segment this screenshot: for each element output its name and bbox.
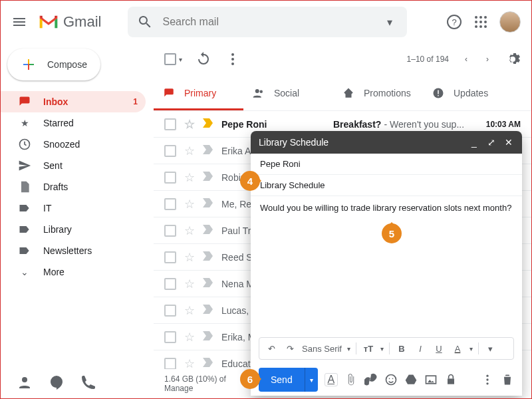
close-icon[interactable]: ✕	[503, 137, 514, 148]
importance-icon[interactable]	[203, 305, 213, 316]
sidebar-item-drafts[interactable]: Drafts	[1, 176, 146, 198]
minimize-icon[interactable]: _	[469, 137, 479, 148]
svg-point-17	[260, 90, 263, 93]
clock-icon	[18, 138, 31, 151]
star-icon[interactable]: ☆	[184, 303, 195, 318]
chevron-down-icon: ⌄	[18, 265, 31, 279]
more-options-icon[interactable]	[481, 373, 494, 386]
importance-icon[interactable]	[203, 331, 213, 342]
prev-page-icon[interactable]: ‹	[458, 51, 474, 67]
refresh-icon[interactable]	[196, 51, 211, 67]
bold-icon[interactable]: B	[395, 342, 408, 355]
tab-social[interactable]: Social	[243, 75, 333, 110]
drive-icon[interactable]	[404, 373, 418, 386]
emoji-icon[interactable]	[384, 373, 398, 386]
star-icon[interactable]: ☆	[184, 117, 195, 132]
star-icon[interactable]: ☆	[184, 330, 195, 344]
expand-icon[interactable]: ⤢	[486, 137, 497, 148]
svg-point-7	[484, 21, 487, 23]
sidebar-item-library[interactable]: Library	[1, 219, 146, 240]
importance-icon[interactable]	[203, 118, 213, 130]
row-checkbox[interactable]	[164, 145, 176, 157]
link-icon[interactable]	[364, 373, 378, 386]
text-color-icon[interactable]: A	[451, 342, 464, 355]
apps-icon[interactable]	[473, 14, 489, 30]
importance-icon[interactable]	[203, 145, 213, 156]
tab-primary[interactable]: Primary	[154, 75, 243, 110]
star-icon[interactable]: ☆	[184, 356, 195, 370]
sidebar-item-snoozed[interactable]: Snoozed	[1, 134, 146, 155]
hangouts-icon[interactable]	[49, 374, 65, 390]
undo-icon[interactable]: ↶	[265, 342, 278, 355]
label-icon	[18, 201, 31, 215]
gmail-logo[interactable]: Gmail	[38, 13, 101, 31]
row-checkbox[interactable]	[164, 198, 176, 210]
compose-button[interactable]: Compose	[7, 49, 100, 80]
compose-subject-field[interactable]: Library Schedule	[251, 175, 522, 196]
tab-label: Primary	[184, 88, 216, 98]
avatar[interactable]	[499, 11, 521, 33]
sidebar-item-label: Snoozed	[43, 139, 80, 150]
importance-icon[interactable]	[203, 198, 213, 209]
importance-icon[interactable]	[203, 278, 213, 289]
attach-icon[interactable]	[344, 373, 358, 386]
send-dropdown-icon[interactable]: ▾	[305, 368, 318, 392]
search-dropdown-icon[interactable]: ▾	[382, 14, 398, 30]
confidential-icon[interactable]	[444, 373, 458, 386]
compose-to-field[interactable]: Pepe Roni	[251, 154, 522, 175]
underline-icon[interactable]: U	[432, 342, 446, 355]
text-format-icon[interactable]: A	[325, 373, 338, 386]
star-icon[interactable]: ☆	[184, 277, 195, 291]
next-page-icon[interactable]: ›	[479, 51, 495, 67]
importance-icon[interactable]	[203, 172, 213, 183]
format-more-icon[interactable]: ▾	[484, 342, 497, 355]
star-icon[interactable]: ☆	[184, 223, 195, 238]
sidebar-item-newsletters[interactable]: Newsletters	[1, 240, 146, 261]
redo-icon[interactable]: ↷	[283, 342, 297, 355]
photo-icon[interactable]	[424, 373, 438, 386]
sidebar-item-sent[interactable]: Sent	[1, 155, 146, 176]
row-checkbox[interactable]	[164, 358, 176, 370]
send-button[interactable]: Send	[259, 368, 305, 392]
select-dropdown-icon[interactable]: ▾	[179, 56, 182, 63]
phone-icon[interactable]	[80, 374, 96, 390]
font-size-icon[interactable]: тT	[362, 342, 375, 355]
sidebar-item-more[interactable]: ⌄More	[1, 261, 146, 283]
tab-updates[interactable]: Updates	[423, 75, 513, 110]
row-checkbox[interactable]	[164, 305, 176, 317]
sidebar-item-starred[interactable]: ★Starred	[1, 112, 146, 134]
row-checkbox[interactable]	[164, 331, 176, 343]
row-checkbox[interactable]	[164, 118, 176, 130]
person-icon[interactable]	[17, 374, 33, 390]
discard-icon[interactable]	[501, 373, 514, 386]
settings-icon[interactable]	[505, 51, 521, 67]
font-select[interactable]: Sans Serif	[302, 344, 342, 354]
importance-icon[interactable]	[203, 225, 213, 236]
select-all-checkbox[interactable]	[164, 53, 176, 65]
star-icon[interactable]: ☆	[184, 144, 195, 158]
row-checkbox[interactable]	[164, 278, 176, 290]
sidebar-item-inbox[interactable]: Inbox 1	[1, 91, 146, 112]
tab-label: Promotions	[364, 88, 411, 98]
menu-icon[interactable]	[11, 14, 27, 30]
row-checkbox[interactable]	[164, 225, 176, 237]
star-icon[interactable]: ☆	[184, 197, 195, 211]
time: 10:03 AM	[474, 120, 521, 129]
tab-promotions[interactable]: Promotions	[333, 75, 423, 110]
svg-point-5	[475, 21, 477, 23]
importance-icon[interactable]	[203, 251, 213, 263]
italic-icon[interactable]: I	[414, 342, 427, 355]
svg-point-21	[386, 375, 396, 385]
sidebar-item-it[interactable]: IT	[1, 198, 146, 219]
more-icon[interactable]	[225, 51, 241, 67]
row-checkbox[interactable]	[164, 172, 176, 184]
row-checkbox[interactable]	[164, 251, 176, 263]
help-icon[interactable]: ?	[446, 14, 462, 30]
search-input[interactable]	[162, 16, 382, 28]
compose-body[interactable]: Would you be willing to trade library re…	[251, 196, 522, 337]
search-bar[interactable]: ▾	[128, 7, 407, 37]
drafts-icon	[18, 180, 31, 194]
star-icon[interactable]: ☆	[184, 170, 195, 185]
star-icon[interactable]: ☆	[184, 250, 195, 265]
importance-icon[interactable]	[203, 358, 213, 369]
